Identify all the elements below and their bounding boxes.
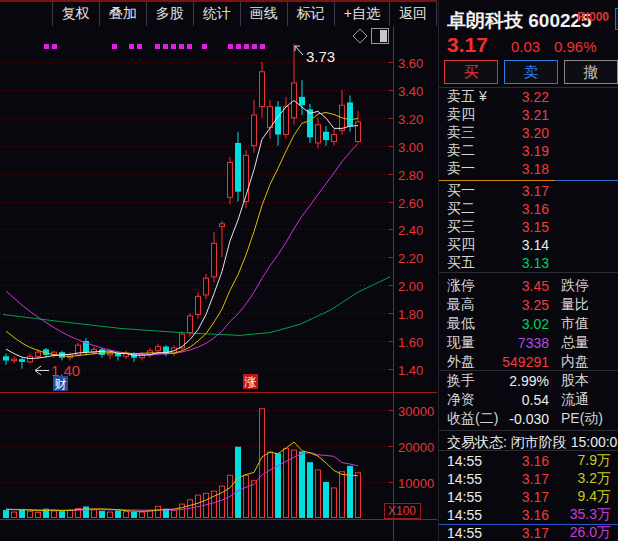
signal-dot — [171, 44, 176, 49]
volume-bar — [156, 506, 161, 517]
volume-bar — [307, 462, 313, 518]
price-axis-label: 3.00 — [398, 140, 423, 155]
volume-bar — [12, 512, 17, 517]
volume-bar — [252, 481, 257, 518]
signal-dot — [260, 44, 265, 49]
stat-label-right: 量比 — [561, 296, 589, 314]
trade-time: 14:55 — [447, 507, 482, 523]
volume-bar — [52, 511, 57, 518]
signal-dot — [112, 44, 117, 49]
stat-label: 最低 — [447, 315, 475, 333]
candle-body — [180, 334, 185, 348]
signal-dot — [228, 44, 233, 49]
price-axis-label: 1.80 — [398, 307, 423, 322]
candle-body — [188, 316, 193, 333]
candle-body — [12, 359, 17, 361]
trade-row: 14:55 3.17 26.0万 — [439, 524, 618, 541]
order-book-row[interactable]: 卖五 ¥ 3.22 — [439, 88, 618, 106]
trades-highlight-line — [439, 524, 618, 525]
order-book-row[interactable]: 卖四 3.21 — [439, 106, 618, 124]
stat-value: 3.25 — [473, 297, 549, 313]
order-book-row[interactable]: 买二 3.16 — [439, 200, 618, 218]
sell-button[interactable]: 卖 — [504, 60, 558, 84]
stat-label-right: PE(动) — [561, 410, 603, 428]
stock-name: 卓朗科技 — [447, 10, 523, 31]
level-label: 卖一 — [447, 160, 475, 178]
order-book-row[interactable]: 买三 3.15 — [439, 218, 618, 236]
price-axis-label: 3.60 — [398, 56, 423, 71]
signal-dot — [44, 44, 49, 49]
order-book-row[interactable]: 卖三 3.20 — [439, 124, 618, 142]
price-axis-label: 2.20 — [398, 251, 423, 266]
stat-row: 外盘 549291 内盘 — [439, 352, 618, 371]
buy-button[interactable]: 买 — [444, 60, 498, 84]
signal-dot — [52, 44, 57, 49]
stat-label-right: 总量 — [561, 334, 589, 352]
price-axis-label: 2.00 — [398, 279, 423, 294]
stat-label-right: 市值 — [561, 315, 589, 333]
stat-label-right: 跌停 — [561, 277, 589, 295]
trade-row: 14:55 3.16 7.9万 — [439, 452, 618, 470]
high-annotation-label: 3.73 — [306, 48, 335, 65]
price-axis-label: 3.20 — [398, 112, 423, 127]
candle-body — [356, 122, 361, 142]
trade-qty: 9.4万 — [551, 488, 611, 506]
level-label: 买五 — [447, 254, 475, 272]
cancel-button[interactable]: 撤 — [564, 60, 618, 84]
trade-time: 14:55 — [447, 471, 482, 487]
level-label: 买一 — [447, 182, 475, 200]
order-book-row[interactable]: 买四 3.14 — [439, 236, 618, 254]
volume-bar — [92, 510, 97, 518]
order-book-row[interactable]: 买五 3.13 — [439, 254, 618, 272]
stat-label: 最高 — [447, 296, 475, 314]
volume-ma5-line — [6, 442, 358, 511]
stat-value: 7338 — [473, 335, 549, 351]
volume-axis-label: 10000 — [398, 476, 434, 491]
level-price: 3.14 — [489, 237, 549, 253]
trade-time: 14:55 — [447, 489, 482, 505]
volume-bar — [292, 450, 297, 517]
level-price: 3.18 — [489, 161, 549, 177]
trade-price: 3.16 — [499, 507, 549, 523]
stat-label: 涨停 — [447, 277, 475, 295]
candle-body — [228, 162, 233, 197]
candle-body — [196, 296, 201, 314]
stat-value: 0.54 — [473, 392, 549, 408]
level-label: 卖五 ¥ — [447, 88, 487, 106]
mid-price-divider — [439, 179, 618, 181]
volume-bar — [108, 512, 113, 517]
level-label: 卖四 — [447, 106, 475, 124]
order-book-row[interactable]: 卖二 3.19 — [439, 142, 618, 160]
candle-body — [323, 132, 329, 140]
signal-dot — [163, 44, 168, 49]
stat-value: 2.99% — [473, 373, 549, 389]
price-axis-label: 2.60 — [398, 196, 423, 211]
stock-flag: RI000 — [577, 10, 609, 24]
candle-body — [36, 352, 41, 356]
stat-row: 换手 2.99% 股本 — [439, 371, 618, 390]
stat-label: 换手 — [447, 372, 475, 390]
order-book-row[interactable]: 买一 3.17 — [439, 182, 618, 200]
stat-row: 现量 7338 总量 — [439, 333, 618, 352]
trade-price: 3.17 — [499, 471, 549, 487]
candle-body — [299, 97, 305, 105]
volume-bar — [332, 488, 337, 518]
volume-axis-label: 30000 — [398, 404, 434, 419]
stat-label: 净资 — [447, 391, 475, 409]
candle-body — [115, 354, 121, 357]
volume-bar — [268, 452, 273, 518]
quote-panel: 卓朗科技 600225 RI000 3.17 0.03 0.96% 买 卖 撤 … — [438, 0, 618, 541]
candle-body — [284, 107, 289, 135]
ma10-line — [6, 113, 358, 357]
level-price: 3.20 — [489, 125, 549, 141]
order-book-row[interactable]: 卖一 3.18 — [439, 160, 618, 178]
trades-list: 14:55 3.16 7.9万14:55 3.17 3.2万14:55 3.17… — [439, 452, 618, 541]
candle-body — [19, 359, 25, 362]
diamond-icon[interactable] — [353, 29, 367, 43]
price-axis-label: 3.40 — [398, 84, 423, 99]
volume-unit-label: X100 — [388, 504, 416, 518]
level-label: 卖三 — [447, 124, 475, 142]
candle-body — [252, 115, 257, 146]
level-price: 3.16 — [489, 201, 549, 217]
stat-row: 收益(二) -0.030 PE(动) — [439, 409, 618, 428]
